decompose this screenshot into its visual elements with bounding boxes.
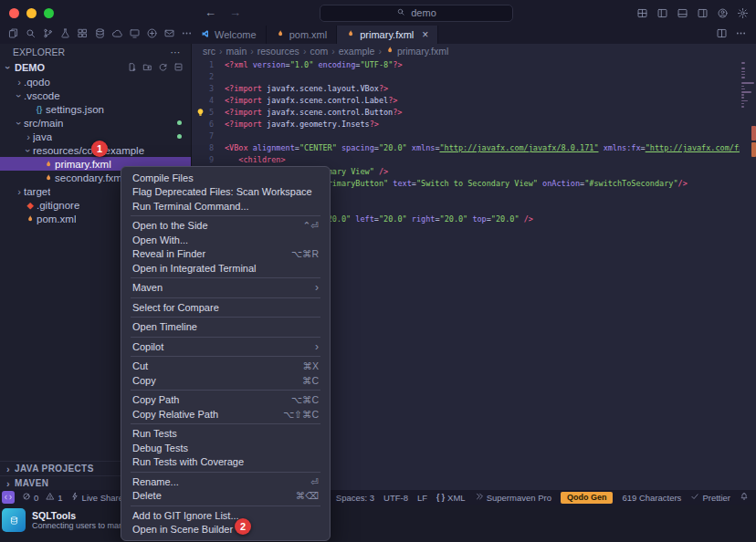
- files-icon[interactable]: [7, 26, 19, 43]
- extensions-icon[interactable]: [77, 26, 89, 43]
- explorer-more-icon[interactable]: ⋯: [171, 47, 181, 57]
- minimize-window-button[interactable]: [26, 8, 37, 18]
- chevron-right-icon: ›: [24, 132, 33, 141]
- status-619-characters[interactable]: 619 Characters: [622, 493, 681, 503]
- menu-item-rename[interactable]: Rename...⏎: [121, 474, 330, 489]
- nav-forward-icon[interactable]: →: [229, 5, 241, 19]
- collapse-all-icon[interactable]: [173, 62, 184, 74]
- menu-item-add-to-git-ignore-list[interactable]: Add to GIT Ignore List...: [121, 508, 330, 523]
- toggle-panel-icon[interactable]: [677, 6, 688, 23]
- line-number: 3: [192, 83, 225, 95]
- zoom-window-button[interactable]: [44, 8, 54, 18]
- breadcrumb-item[interactable]: resources: [257, 46, 299, 57]
- menu-item-maven[interactable]: Maven›: [121, 281, 330, 296]
- menu-item-debug-tests[interactable]: Debug Tests: [121, 441, 330, 455]
- tree-item-src-main[interactable]: ›src/main: [0, 116, 191, 130]
- status-warning-1[interactable]: 1: [46, 492, 62, 503]
- lightbulb-icon[interactable]: [195, 108, 205, 118]
- cloud-icon[interactable]: [111, 26, 123, 43]
- breadcrumb-item[interactable]: src: [203, 46, 215, 57]
- status-error-0[interactable]: 0: [22, 492, 38, 503]
- search-icon[interactable]: [25, 26, 37, 43]
- menu-item-run-tests[interactable]: Run Tests: [121, 427, 330, 442]
- status-spaces-3[interactable]: Spaces: 3: [336, 493, 374, 503]
- tree-item-qodo[interactable]: ›.qodo: [0, 75, 191, 89]
- menu-item-copy-relative-path[interactable]: Copy Relative Path⌥⇧⌘C: [121, 407, 330, 422]
- tab-welcome[interactable]: Welcome: [192, 26, 267, 44]
- menu-item-delete[interactable]: Delete⌘⌫: [121, 489, 330, 504]
- command-center[interactable]: demo: [320, 5, 513, 22]
- minimap-line: [741, 86, 744, 88]
- status-prettier[interactable]: Prettier: [690, 492, 730, 503]
- settings-gear-icon[interactable]: [737, 6, 749, 23]
- annotation-badge-2: 2: [235, 518, 251, 535]
- breadcrumb-separator: ›: [219, 46, 223, 57]
- menu-item-open-in-integrated-terminal[interactable]: Open in Integrated Terminal: [121, 261, 330, 276]
- code-line: 7: [192, 130, 756, 142]
- close-tab-icon[interactable]: ×: [422, 28, 428, 41]
- toggle-sidebar-right-icon[interactable]: [697, 6, 709, 23]
- menu-item-compile-files[interactable]: Compile Files: [121, 171, 330, 185]
- status-supermaven-pro[interactable]: Supermaven Pro: [475, 492, 551, 503]
- close-window-button[interactable]: [9, 8, 19, 18]
- status-utf-8[interactable]: UTF-8: [383, 493, 408, 503]
- status-lf[interactable]: LF: [417, 493, 427, 503]
- refresh-icon[interactable]: [158, 62, 168, 74]
- add-icon[interactable]: [146, 26, 158, 43]
- tab-pom-xml[interactable]: pom.xml: [267, 26, 338, 44]
- breadcrumb-item[interactable]: example: [339, 46, 375, 57]
- minimap-line: [741, 103, 744, 105]
- toggle-sidebar-left-icon[interactable]: [656, 6, 668, 23]
- split-editor-icon[interactable]: [716, 26, 728, 43]
- minimap[interactable]: [740, 57, 756, 490]
- menu-item-run-tests-with-coverage[interactable]: Run Tests with Coverage: [121, 455, 330, 470]
- menu-shortcut: ⌘C: [302, 375, 319, 386]
- menu-item-reveal-in-finder[interactable]: Reveal in Finder⌥⌘R: [121, 247, 330, 262]
- minimap-line: [741, 91, 751, 93]
- dchevron-icon: [475, 492, 484, 503]
- remote-indicator[interactable]: [2, 491, 15, 504]
- menu-item-flag-deprecated-files-scan-workspace[interactable]: Flag Deprecated Files: Scan Workspace: [121, 185, 330, 200]
- menu-item-open-in-scene-builder[interactable]: Open in Scene Builder: [121, 523, 330, 537]
- scm-icon[interactable]: [42, 26, 54, 43]
- nav-back-icon[interactable]: ←: [205, 5, 216, 19]
- mail-icon[interactable]: [163, 26, 175, 43]
- tree-item-settings-json[interactable]: {}settings.json: [0, 102, 191, 116]
- status-zap-live-share[interactable]: Live Share: [70, 492, 123, 503]
- workspace-root-row[interactable]: › DEMO: [0, 60, 191, 75]
- breadcrumb-item[interactable]: com: [310, 46, 328, 57]
- menu-item-open-timeline[interactable]: Open Timeline: [121, 320, 330, 335]
- menu-item-copy[interactable]: Copy⌘C: [121, 373, 330, 388]
- menu-item-open-to-the-side[interactable]: Open to the Side⌃⏎: [121, 219, 330, 234]
- qodo-gen-badge[interactable]: Qodo Gen: [561, 492, 614, 504]
- tab-primary-fxml[interactable]: primary.fxml×: [337, 26, 438, 44]
- menu-shortcut: ⌘⌫: [296, 490, 319, 501]
- minimap-line: [741, 77, 745, 78]
- menu-item-copilot[interactable]: Copilot›: [121, 339, 330, 354]
- status-xml[interactable]: { }XML: [436, 493, 466, 503]
- new-folder-icon[interactable]: [142, 62, 152, 74]
- breadcrumb-file[interactable]: primary.fxml: [385, 46, 448, 57]
- account-icon[interactable]: [717, 6, 729, 23]
- flask-icon[interactable]: [59, 26, 71, 43]
- overview-ruler-mark: [751, 126, 756, 141]
- menu-item-copy-path[interactable]: Copy Path⌥⌘C: [121, 393, 330, 408]
- error-icon: [22, 492, 31, 503]
- tree-item-label: settings.json: [46, 104, 104, 115]
- breadcrumb-item[interactable]: main: [226, 46, 247, 57]
- new-file-icon[interactable]: [127, 62, 137, 74]
- code-line: 1<?xml version="1.0" encoding="UTF-8"?>: [192, 59, 756, 71]
- status-bell[interactable]: [740, 492, 749, 503]
- remote-icon[interactable]: [129, 26, 141, 43]
- menu-item-select-for-compare[interactable]: Select for Compare: [121, 300, 330, 315]
- database-icon[interactable]: [94, 26, 106, 43]
- bottom-strip: SQLTools Connecting users to many...: [0, 505, 756, 542]
- menu-item-cut[interactable]: Cut⌘X: [121, 360, 330, 374]
- git-modified-dot: [177, 134, 182, 139]
- menu-item-open-with[interactable]: Open With...: [121, 233, 330, 247]
- more-icon[interactable]: [735, 26, 747, 43]
- menu-item-run-terminal-command[interactable]: Run Terminal Command...: [121, 199, 330, 214]
- customize-layout-icon[interactable]: [636, 6, 648, 23]
- tree-item-vscode[interactable]: ›.vscode: [0, 89, 191, 102]
- minimap-line: [741, 97, 744, 99]
